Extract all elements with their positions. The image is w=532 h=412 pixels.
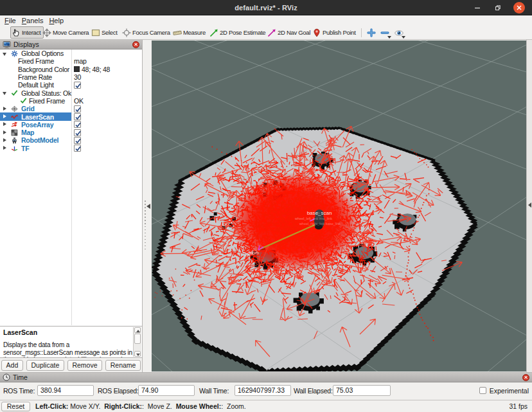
- tree-label: Fixed Frame: [29, 97, 65, 105]
- scroll-up-arrow[interactable]: [134, 327, 141, 333]
- menu-label-rest: anels: [26, 17, 43, 24]
- restore-button[interactable]: [492, 2, 503, 13]
- move-camera-icon: [42, 28, 51, 37]
- experimental-checkbox[interactable]: [479, 387, 486, 394]
- expander-closed-icon[interactable]: [3, 130, 6, 134]
- expander-closed-icon[interactable]: [3, 138, 6, 142]
- tool-publish-point[interactable]: Publish Point: [311, 26, 359, 39]
- nav-goal-icon: [267, 28, 276, 37]
- focus-camera-icon-glyph: [123, 28, 131, 37]
- 3d-viewport[interactable]: base_scan wheel_left_link imu_link wheel…: [152, 40, 526, 372]
- description-body: Displays the data from a sensor_msgs::La…: [3, 341, 134, 358]
- remove-button[interactable]: Remove: [67, 360, 102, 371]
- tree-value[interactable]: [74, 145, 81, 152]
- checkmark-icon: [75, 138, 82, 145]
- enabled-checkbox[interactable]: [74, 105, 81, 112]
- tree-value[interactable]: [74, 82, 81, 89]
- time-field-value[interactable]: 380.94: [37, 385, 94, 396]
- tree-label: LaserScan: [21, 113, 54, 121]
- caret-down-icon: [402, 36, 405, 39]
- color-swatch: [74, 66, 80, 72]
- right-panel-splitter[interactable]: [526, 40, 532, 372]
- menu-file[interactable]: File: [4, 17, 20, 24]
- time-close-button[interactable]: [522, 374, 529, 381]
- close-button[interactable]: [513, 2, 525, 13]
- checkmark-icon: [75, 130, 82, 137]
- tree-value-text: map: [74, 57, 87, 65]
- tree-value[interactable]: [74, 113, 81, 120]
- status-key: Right-Click:: [104, 402, 142, 410]
- displays-close-button[interactable]: [132, 41, 139, 48]
- plus-icon: [367, 28, 376, 37]
- interact-icon-glyph: [13, 29, 19, 36]
- scroll-down-arrow[interactable]: [134, 351, 141, 357]
- gear-icon-glyph: [12, 50, 18, 57]
- enabled-checkbox[interactable]: [74, 82, 81, 89]
- time-field-value[interactable]: 74.90: [138, 385, 195, 396]
- checkmark-icon-glyph: [76, 115, 80, 119]
- tool-2d-nav-goal[interactable]: 2D Nav Goal: [266, 26, 314, 39]
- add-button[interactable]: Add: [1, 360, 23, 371]
- time-panel-title: Time: [13, 373, 28, 381]
- scroll-thumb[interactable]: [134, 334, 141, 344]
- expander-closed-icon[interactable]: [3, 114, 6, 118]
- time-panel-header[interactable]: Time: [0, 373, 532, 382]
- add-tool-button[interactable]: [364, 26, 378, 39]
- description-scrollbar[interactable]: [133, 327, 141, 357]
- checkmark-icon-glyph: [76, 107, 80, 111]
- fps-counter: 31 fps: [509, 400, 528, 412]
- enabled-checkbox[interactable]: [74, 113, 81, 120]
- eye-icon-glyph: [395, 30, 402, 35]
- visibility-button[interactable]: [392, 26, 405, 39]
- duplicate-button[interactable]: Duplicate: [26, 360, 64, 371]
- displays-panel-header[interactable]: Displays: [0, 40, 142, 49]
- tree-label: Default Light: [18, 81, 54, 89]
- tree-value[interactable]: [74, 129, 81, 136]
- measure-icon-glyph: [173, 30, 182, 35]
- time-field-label: Wall Elapsed:: [294, 387, 333, 395]
- tree-column-divider[interactable]: [71, 49, 72, 325]
- splitter-collapse-icon[interactable]: [146, 204, 150, 209]
- color-value-text: 48; 48; 48: [82, 66, 110, 73]
- menu-panels[interactable]: Panels: [22, 17, 48, 24]
- tree-label: Background Color: [18, 66, 69, 73]
- publish-point-icon: [312, 28, 321, 37]
- enabled-checkbox[interactable]: [74, 121, 81, 128]
- right-splitter-collapse-icon[interactable]: [528, 202, 531, 208]
- expander-closed-icon[interactable]: [3, 122, 6, 126]
- restore-icon: [494, 4, 501, 12]
- tool-select[interactable]: Select: [90, 26, 121, 39]
- expander-closed-icon[interactable]: [3, 107, 6, 111]
- publish-point-icon-glyph: [314, 29, 319, 37]
- tree-value[interactable]: [74, 137, 81, 144]
- tool-move-camera[interactable]: Move Camera: [41, 26, 92, 39]
- remove-tool-button[interactable]: [378, 26, 391, 39]
- restore-glyph-back: [497, 5, 500, 8]
- tree-label: Global Status: Ok: [21, 89, 71, 97]
- tf-icon: [11, 145, 18, 152]
- title-bar[interactable]: default.rviz* - RViz: [0, 0, 532, 15]
- rename-button[interactable]: Rename: [105, 360, 141, 371]
- enabled-checkbox[interactable]: [74, 129, 81, 136]
- time-field-value[interactable]: 75.03: [333, 385, 391, 396]
- panel-splitter[interactable]: [143, 40, 152, 372]
- tool-interact[interactable]: Interact: [10, 26, 44, 39]
- nav-goal-icon-glyph: [269, 29, 276, 36]
- expander-open-icon[interactable]: [3, 53, 6, 56]
- status-bar: Reset Left-Click: Move X/Y. Right-Click:…: [0, 400, 532, 412]
- tool-measure[interactable]: Measure: [172, 26, 209, 39]
- enabled-checkbox[interactable]: [74, 145, 81, 152]
- tree-value[interactable]: [74, 121, 81, 128]
- minimize-button[interactable]: [472, 2, 483, 13]
- viewport-canvas[interactable]: base_scan wheel_left_link imu_link wheel…: [152, 40, 526, 372]
- time-field-value[interactable]: 1629407997.33: [235, 385, 291, 396]
- menu-help[interactable]: Help: [49, 17, 67, 24]
- enabled-checkbox[interactable]: [74, 137, 81, 144]
- expander-closed-icon[interactable]: [3, 146, 6, 150]
- expander-open-icon[interactable]: [3, 92, 6, 95]
- menu-label-rest: elp: [54, 17, 64, 24]
- tool-2d-pose-estimate[interactable]: 2D Pose Estimate: [208, 26, 269, 39]
- tool-focus-camera[interactable]: Focus Camera: [121, 26, 173, 39]
- tree-value[interactable]: [74, 105, 81, 112]
- reset-button[interactable]: Reset: [1, 402, 30, 411]
